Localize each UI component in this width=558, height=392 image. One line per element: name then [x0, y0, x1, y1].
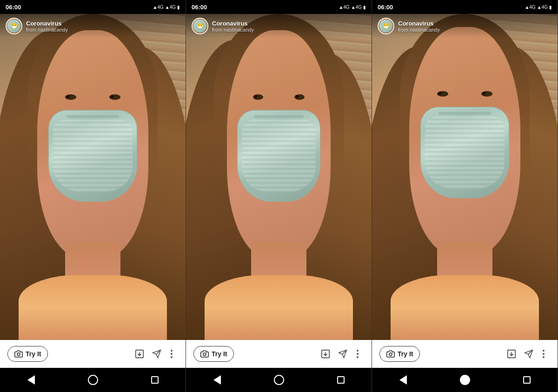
- try-it-button-2[interactable]: Try It: [193, 346, 234, 362]
- camera-icon-2: [200, 350, 209, 358]
- send-button-1[interactable]: [148, 346, 165, 362]
- svg-point-0: [17, 353, 20, 356]
- download-icon-2: [320, 349, 331, 359]
- download-button-3[interactable]: [503, 345, 520, 363]
- dot-5: [357, 353, 359, 355]
- send-icon-1: [152, 349, 161, 359]
- back-button-3[interactable]: [395, 372, 412, 388]
- filter-avatar-2: 😷: [192, 18, 208, 34]
- status-time-2: 06:00: [192, 4, 207, 11]
- status-time-3: 06:00: [378, 4, 393, 11]
- back-button-2[interactable]: [209, 372, 226, 388]
- nav-bar-2: [186, 368, 372, 392]
- send-button-3[interactable]: [520, 346, 537, 362]
- top-bar-2: 😷 Coronavirus from nastinacandy: [186, 14, 372, 38]
- home-button-2[interactable]: [271, 372, 287, 388]
- filter-avatar-1: 😷: [6, 18, 22, 34]
- battery-icon-2: ▮: [363, 5, 366, 10]
- status-time-1: 06:00: [6, 4, 21, 11]
- top-bar-1: 😷 Coronavirus from nastinacandy: [0, 14, 186, 38]
- mask-wire-3: [438, 112, 492, 115]
- more-button-2[interactable]: [351, 344, 364, 364]
- send-icon-3: [524, 349, 533, 359]
- recents-button-1[interactable]: [146, 372, 163, 388]
- bottom-controls-1: Try It: [0, 340, 186, 368]
- recents-button-2[interactable]: [332, 372, 349, 388]
- eyes-3: [437, 91, 493, 97]
- signal-icon-3: ▲4G: [525, 5, 536, 10]
- camera-icon-1: [14, 350, 23, 358]
- back-icon-1: [27, 375, 35, 385]
- mask-2: [237, 110, 320, 202]
- back-icon-2: [213, 375, 221, 385]
- mask-3: [420, 107, 510, 198]
- left-eye-1: [65, 94, 76, 100]
- dot-2: [171, 353, 173, 355]
- dot-8: [543, 353, 545, 355]
- camera-icon-3: [386, 350, 395, 358]
- download-button-1[interactable]: [131, 345, 148, 363]
- download-icon-3: [506, 349, 517, 359]
- phone-panel-1: 06:00 ▲4G ▲4G ▮: [0, 0, 186, 392]
- dot-4: [357, 350, 359, 352]
- home-icon-3: [460, 375, 470, 385]
- right-eye-2: [294, 94, 305, 100]
- mask-wire-2: [254, 115, 303, 118]
- filter-avatar-inner-1: 😷: [7, 20, 20, 33]
- status-icons-3: ▲4G ▲4G ▮: [525, 5, 552, 10]
- face-2: [227, 30, 331, 258]
- filter-name-2: Coronavirus: [212, 20, 254, 27]
- face-background-3: [372, 14, 558, 340]
- right-eye-3: [481, 91, 492, 97]
- more-dots-2: [355, 348, 360, 360]
- recents-button-3[interactable]: [518, 372, 535, 388]
- filter-avatar-inner-2: 😷: [193, 20, 206, 33]
- status-bar-1: 06:00 ▲4G ▲4G ▮: [0, 0, 186, 14]
- battery-icon-3: ▮: [549, 5, 552, 10]
- send-button-2[interactable]: [334, 346, 351, 362]
- filter-name-1: Coronavirus: [26, 20, 68, 27]
- body-3: [391, 275, 539, 340]
- filter-avatar-inner-3: 😷: [379, 20, 392, 33]
- try-it-button-3[interactable]: Try It: [379, 346, 420, 362]
- story-content-3: 😷 Coronavirus from nastinacandy: [372, 14, 558, 340]
- status-bar-3: 06:00 ▲4G ▲4G ▮: [372, 0, 558, 14]
- more-button-3[interactable]: [537, 344, 550, 364]
- download-icon-1: [134, 349, 145, 359]
- bottom-controls-2: Try It: [186, 340, 372, 368]
- send-icon-2: [338, 349, 347, 359]
- back-button-1[interactable]: [23, 372, 40, 388]
- eyes-2: [253, 94, 305, 100]
- recents-icon-1: [151, 376, 159, 384]
- more-button-1[interactable]: [165, 344, 178, 364]
- home-icon-2: [274, 375, 284, 385]
- dot-6: [357, 356, 359, 358]
- wifi-icon-2: ▲4G: [351, 5, 362, 10]
- svg-point-5: [203, 353, 206, 356]
- left-eye-3: [437, 91, 448, 97]
- try-it-button-1[interactable]: Try It: [7, 346, 48, 362]
- right-eye-1: [109, 94, 120, 100]
- nav-bar-3: [372, 368, 558, 392]
- recents-icon-3: [523, 376, 531, 384]
- phone-panel-3: 06:00 ▲4G ▲4G ▮: [372, 0, 558, 392]
- face-background-1: [0, 14, 186, 340]
- left-eye-2: [253, 94, 263, 100]
- wifi-icon-3: ▲4G: [537, 5, 548, 10]
- download-button-2[interactable]: [317, 345, 334, 363]
- back-icon-3: [399, 375, 407, 385]
- filter-creator-3: from nastinacandy: [398, 27, 440, 33]
- try-it-label-2: Try It: [212, 350, 227, 358]
- bottom-controls-3: Try It: [372, 340, 558, 368]
- more-dots-3: [541, 348, 546, 360]
- filter-info-2: Coronavirus from nastinacandy: [212, 20, 254, 33]
- status-bar-2: 06:00 ▲4G ▲4G ▮: [186, 0, 372, 14]
- home-icon-1: [88, 375, 98, 385]
- home-button-3[interactable]: [457, 372, 473, 388]
- dot-7: [543, 350, 545, 352]
- try-it-label-3: Try It: [398, 350, 413, 358]
- signal-icon-1: ▲4G: [153, 5, 164, 10]
- svg-point-10: [389, 353, 392, 356]
- recents-icon-2: [337, 376, 345, 384]
- home-button-1[interactable]: [85, 372, 101, 388]
